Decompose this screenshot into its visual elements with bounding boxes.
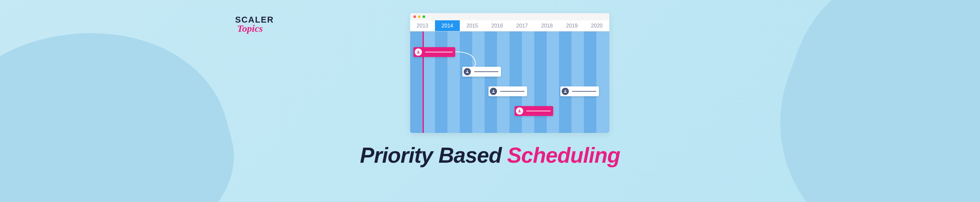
task-bar-4[interactable]	[515, 106, 553, 116]
stripe	[559, 31, 571, 133]
stripe	[410, 31, 423, 133]
stripe	[584, 31, 596, 133]
task-bar-1[interactable]	[414, 47, 455, 57]
user-icon	[562, 88, 569, 95]
maximize-icon	[423, 15, 425, 18]
current-time-marker	[423, 31, 424, 133]
title-part1: Priority Based	[360, 143, 507, 167]
task-line	[527, 111, 550, 111]
year-header: 2013 2014 2015 2016 2017 2018 2019 2020	[410, 20, 609, 31]
stripe	[460, 31, 472, 133]
year-2014[interactable]: 2014	[435, 20, 460, 31]
task-line	[425, 52, 453, 52]
year-2015[interactable]: 2015	[460, 20, 485, 31]
gantt-window: 2013 2014 2015 2016 2017 2018 2019 2020	[410, 13, 609, 133]
close-icon	[414, 15, 416, 18]
task-bar-2[interactable]	[462, 67, 501, 77]
task-line	[572, 91, 596, 92]
task-bar-3[interactable]	[488, 87, 527, 96]
stripe	[485, 31, 497, 133]
logo-line2: Topics	[237, 23, 263, 34]
task-bar-5[interactable]	[560, 87, 599, 96]
user-icon	[464, 68, 471, 75]
year-2018[interactable]: 2018	[535, 20, 559, 31]
stripe	[534, 31, 547, 133]
user-icon	[516, 107, 523, 115]
minimize-icon	[418, 15, 421, 18]
brand-logo: SCALER Topics	[235, 15, 274, 34]
title-part2: Scheduling	[507, 143, 620, 167]
task-line	[500, 91, 525, 92]
year-2016[interactable]: 2016	[485, 20, 509, 31]
stripe	[509, 31, 522, 133]
window-titlebar	[410, 13, 609, 20]
main-content: SCALER Topics 2013 2014 2015 2016 2017 2…	[0, 0, 980, 202]
year-2019[interactable]: 2019	[559, 20, 584, 31]
year-2020[interactable]: 2020	[584, 20, 609, 31]
year-2013[interactable]: 2013	[410, 20, 435, 31]
year-2017[interactable]: 2017	[510, 20, 535, 31]
user-icon	[415, 48, 422, 56]
page-title: Priority Based Scheduling	[360, 143, 620, 168]
gantt-body	[410, 31, 609, 133]
task-line	[474, 71, 498, 72]
user-icon	[490, 88, 497, 95]
stripe	[435, 31, 447, 133]
